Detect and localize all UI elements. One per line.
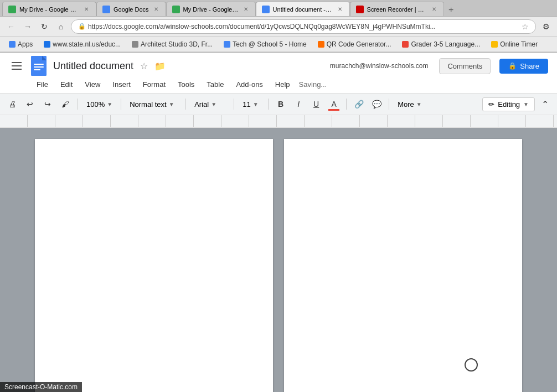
screencast-watermark: Screencast-O-Matic.com xyxy=(0,382,82,392)
style-select[interactable]: Normal text ▼ xyxy=(126,96,181,112)
bookmark-architect[interactable]: Architect Studio 3D, Fr... xyxy=(127,39,217,49)
more-button[interactable]: More ▼ xyxy=(394,96,426,112)
underline-button[interactable]: U xyxy=(308,96,324,112)
new-tab-button[interactable]: + xyxy=(444,4,458,16)
bookmarks-bar: Apps www.state.nl.us/educ... Architect S… xyxy=(0,37,557,52)
tab-close-5[interactable]: ✕ xyxy=(430,6,438,13)
document-page-left[interactable] xyxy=(35,139,273,392)
bookmark-star[interactable]: ☆ xyxy=(522,22,529,31)
comments-label: Comments xyxy=(447,62,482,70)
bookmark-favicon-grader xyxy=(402,41,409,48)
pencil-icon: ✏ xyxy=(488,100,494,109)
text-color-label: A xyxy=(331,100,336,109)
menu-addons[interactable]: Add-ons xyxy=(230,78,268,91)
menu-insert[interactable]: Insert xyxy=(107,78,136,91)
bookmark-apps[interactable]: Apps xyxy=(4,39,37,49)
tab-label-3: My Drive - Google Drive xyxy=(183,6,239,13)
tab-favicon-2 xyxy=(102,6,110,13)
font-select[interactable]: Arial ▼ xyxy=(190,96,229,112)
bookmark-grader[interactable]: Grader 3-5 Language... xyxy=(398,39,484,49)
hamburger-icon xyxy=(12,62,22,70)
toolbar-divider-5 xyxy=(268,99,269,110)
menu-tools[interactable]: Tools xyxy=(172,78,200,91)
zoom-value: 100% xyxy=(86,100,105,109)
bookmark-favicon-architect xyxy=(132,41,138,48)
paint-format-button[interactable]: 🖌 xyxy=(58,96,73,112)
menu-help[interactable]: Help xyxy=(270,78,296,91)
bookmark-qr[interactable]: QR Code Generator... xyxy=(313,39,396,49)
document-page-right[interactable] xyxy=(284,139,522,392)
document-title[interactable]: Untitled document xyxy=(53,60,133,72)
document-content-area[interactable] xyxy=(0,128,557,392)
tab-3[interactable]: My Drive - Google Drive ✕ xyxy=(166,2,256,16)
tab-4[interactable]: Untitled document - Goo... ✕ xyxy=(256,2,350,16)
bold-button[interactable]: B xyxy=(273,96,288,112)
toolbar-divider-1 xyxy=(78,99,78,110)
bookmark-label-grader: Grader 3-5 Language... xyxy=(411,40,480,48)
address-text: https://docs.google.com/a/winslow-school… xyxy=(88,23,519,30)
editing-mode-button[interactable]: ✏ Editing ▼ xyxy=(482,97,535,111)
toolbar-divider-2 xyxy=(121,99,121,110)
folder-button[interactable]: 📁 xyxy=(154,61,166,71)
toolbar-divider-4 xyxy=(234,99,234,110)
watermark-text: Screencast-O-Matic.com xyxy=(4,383,78,391)
tab-close-2[interactable]: ✕ xyxy=(152,6,160,13)
bookmark-label-state: www.state.nl.us/educ... xyxy=(53,40,121,48)
svg-rect-4 xyxy=(34,66,44,68)
font-value: Arial xyxy=(194,100,209,109)
insert-comment-button[interactable]: 💬 xyxy=(369,96,384,112)
menu-table[interactable]: Table xyxy=(201,78,229,91)
text-color-indicator xyxy=(328,109,339,111)
print-button[interactable]: 🖨 xyxy=(4,96,20,112)
bookmark-state[interactable]: www.state.nl.us/educ... xyxy=(39,39,125,49)
lock-icon: 🔒 xyxy=(508,62,517,70)
font-arrow-icon: ▼ xyxy=(211,101,216,107)
font-size-value: 11 xyxy=(243,100,250,109)
tab-2[interactable]: Google Docs ✕ xyxy=(96,2,166,16)
tab-1[interactable]: My Drive - Google Drive ✕ xyxy=(2,2,96,16)
italic-button[interactable]: I xyxy=(291,96,306,112)
back-button[interactable]: ← xyxy=(4,20,18,33)
redo-button[interactable]: ↪ xyxy=(40,96,55,112)
bookmark-favicon-timer xyxy=(491,41,498,48)
reload-button[interactable]: ↻ xyxy=(38,20,51,33)
docs-header: Untitled document ☆ 📁 murachch@winslow-s… xyxy=(0,53,557,128)
menu-file[interactable]: File xyxy=(31,78,54,91)
menu-edit[interactable]: Edit xyxy=(55,78,78,91)
docs-toolbar: 🖨 ↩ ↪ 🖌 100% ▼ Normal text ▼ Arial xyxy=(0,93,557,115)
zoom-arrow-icon: ▼ xyxy=(107,101,112,107)
zoom-select[interactable]: 100% ▼ xyxy=(82,96,116,112)
bookmark-tech[interactable]: Tech @ School 5 - Home xyxy=(219,39,311,49)
docs-logo-icon xyxy=(29,56,49,76)
comments-button[interactable]: Comments xyxy=(439,58,491,74)
address-bar-row: ← → ↻ ⌂ 🔒 https://docs.google.com/a/wins… xyxy=(0,17,557,37)
star-button[interactable]: ☆ xyxy=(140,61,148,71)
forward-button[interactable]: → xyxy=(21,20,34,33)
tab-close-3[interactable]: ✕ xyxy=(242,6,250,13)
text-color-button[interactable]: A xyxy=(326,96,342,112)
bookmark-label-timer: Online Timer xyxy=(500,40,538,48)
tab-5[interactable]: Screen Recorder | Scree... ✕ xyxy=(350,2,444,16)
insert-link-button[interactable]: 🔗 xyxy=(351,96,367,112)
font-size-select[interactable]: 11 ▼ xyxy=(239,96,264,112)
menu-view[interactable]: View xyxy=(79,78,106,91)
extensions-button[interactable]: ⚙ xyxy=(539,20,553,33)
tab-label-5: Screen Recorder | Scree... xyxy=(367,6,427,13)
bookmark-label-tech: Tech @ School 5 - Home xyxy=(233,40,307,48)
tab-close-4[interactable]: ✕ xyxy=(336,6,344,13)
tab-favicon-4 xyxy=(262,6,270,13)
bookmark-timer[interactable]: Online Timer xyxy=(487,39,542,49)
share-button[interactable]: 🔒 Share xyxy=(499,59,548,74)
address-bar[interactable]: 🔒 https://docs.google.com/a/winslow-scho… xyxy=(71,19,536,34)
tab-label-4: Untitled document - Goo... xyxy=(273,6,333,13)
expand-toolbar-button[interactable]: ⌃ xyxy=(537,96,553,112)
ruler-marks xyxy=(0,115,557,127)
docs-menu-bar: File Edit View Insert Format Tools Table… xyxy=(0,77,557,93)
menu-format[interactable]: Format xyxy=(137,78,171,91)
tab-close-1[interactable]: ✕ xyxy=(82,6,90,13)
tab-favicon-5 xyxy=(356,6,364,13)
undo-button[interactable]: ↩ xyxy=(22,96,38,112)
home-button[interactable]: ⌂ xyxy=(54,20,68,33)
hamburger-menu-button[interactable] xyxy=(9,58,24,74)
bookmark-favicon-apps xyxy=(9,41,16,48)
